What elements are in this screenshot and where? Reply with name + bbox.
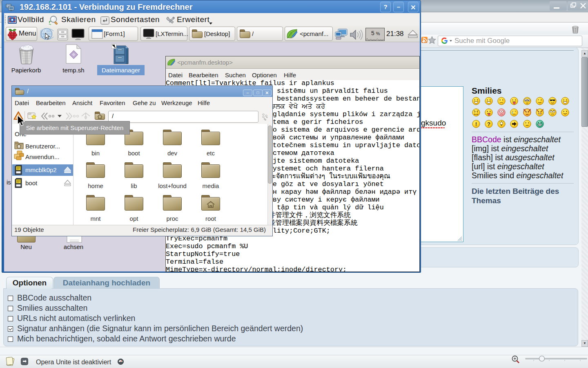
svg-text:?: ? [487, 121, 490, 127]
svg-text:!: ! [475, 121, 477, 127]
